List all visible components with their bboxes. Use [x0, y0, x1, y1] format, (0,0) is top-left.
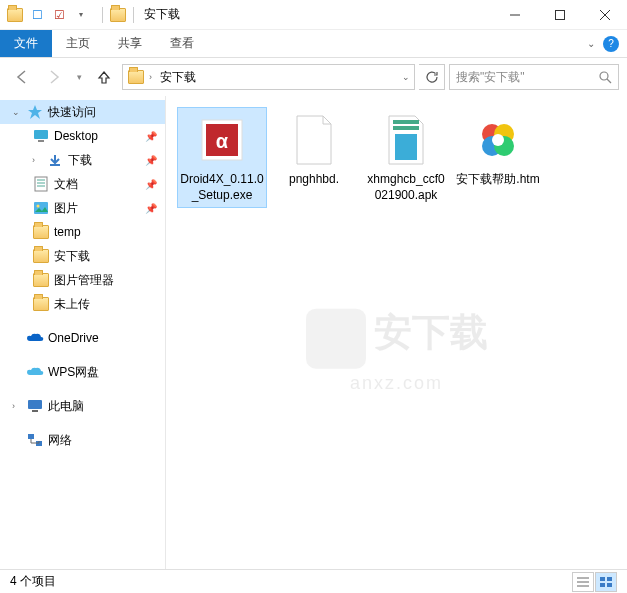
minimize-button[interactable] [492, 0, 537, 30]
svg-rect-40 [607, 583, 612, 587]
expand-icon[interactable]: › [12, 401, 22, 411]
onedrive-icon [26, 330, 44, 346]
quick-access-toolbar: ☐ ☑ ▾ [0, 6, 96, 24]
sidebar-item-desktop[interactable]: Desktop 📌 [0, 124, 165, 148]
file-view[interactable]: α Droid4X_0.11.0_Setup.exe pnghhbd. xhmg… [166, 96, 627, 569]
pin-icon: 📌 [145, 179, 157, 190]
sidebar-item-temp[interactable]: temp [0, 220, 165, 244]
checkbox-qat-icon[interactable]: ☑ [50, 6, 68, 24]
tab-home[interactable]: 主页 [52, 30, 104, 57]
window-title: 安下载 [144, 6, 180, 23]
search-input[interactable]: 搜索"安下载" [449, 64, 619, 90]
expand-icon[interactable]: › [32, 155, 42, 165]
file-item-apk[interactable]: xhmghcb_ccf0021900.apk [362, 108, 450, 207]
back-button[interactable] [8, 63, 36, 91]
folder-qat-icon[interactable] [6, 6, 24, 24]
blank-file-icon [286, 112, 342, 168]
desktop-icon [32, 128, 50, 144]
search-icon [599, 71, 612, 84]
title-divider-2 [133, 7, 134, 23]
help-icon[interactable]: ? [603, 36, 619, 52]
quick-access-label: 快速访问 [48, 104, 96, 121]
svg-rect-8 [38, 140, 44, 142]
item-count: 4 个项目 [10, 573, 56, 590]
sidebar-item-downloads[interactable]: › 下载 📌 [0, 148, 165, 172]
maximize-button[interactable] [537, 0, 582, 30]
wps-icon [26, 364, 44, 380]
tab-view[interactable]: 查看 [156, 30, 208, 57]
svg-rect-38 [607, 577, 612, 581]
this-pc-icon [26, 398, 44, 414]
file-item-droid4x[interactable]: α Droid4X_0.11.0_Setup.exe [178, 108, 266, 207]
pin-icon: 📌 [145, 203, 157, 214]
chevron-icon[interactable]: › [149, 72, 152, 82]
properties-qat-icon[interactable]: ☐ [28, 6, 46, 24]
path-segment[interactable]: 安下载 [156, 69, 200, 86]
refresh-button[interactable] [419, 64, 445, 90]
sidebar-item-unuploaded[interactable]: 未上传 [0, 292, 165, 316]
svg-rect-10 [35, 177, 47, 191]
svg-marker-6 [28, 105, 42, 119]
sidebar-item-picmanager[interactable]: 图片管理器 [0, 268, 165, 292]
expand-icon[interactable]: ⌄ [12, 107, 22, 117]
sidebar-item-wps[interactable]: WPS网盘 [0, 360, 165, 384]
pin-icon: 📌 [145, 131, 157, 142]
sidebar-item-onedrive[interactable]: OneDrive [0, 326, 165, 350]
recent-dropdown[interactable]: ▾ [72, 63, 86, 91]
path-folder-icon [127, 68, 145, 86]
up-button[interactable] [90, 63, 118, 91]
svg-rect-18 [28, 434, 34, 439]
pictures-icon [32, 200, 50, 216]
ribbon-expand-icon[interactable]: ⌄ [587, 38, 595, 49]
exe-icon: α [194, 112, 250, 168]
sidebar-item-documents[interactable]: 文档 📌 [0, 172, 165, 196]
close-button[interactable] [582, 0, 627, 30]
tab-file[interactable]: 文件 [0, 30, 52, 57]
htm-icon [470, 112, 526, 168]
svg-rect-1 [555, 10, 564, 19]
folder-icon [32, 224, 50, 240]
svg-rect-26 [393, 120, 419, 124]
window-controls [492, 0, 627, 30]
qat-dropdown-icon[interactable]: ▾ [72, 6, 90, 24]
svg-rect-28 [395, 134, 417, 160]
svg-point-15 [37, 205, 40, 208]
svg-point-4 [600, 72, 608, 80]
svg-rect-27 [393, 126, 419, 130]
svg-rect-39 [600, 583, 605, 587]
svg-point-33 [492, 134, 504, 146]
ribbon-tabs: 文件 主页 共享 查看 ⌄ ? [0, 30, 627, 58]
status-bar: 4 个项目 [0, 569, 627, 593]
svg-line-5 [607, 79, 611, 83]
icons-view-button[interactable] [595, 572, 617, 592]
svg-rect-7 [34, 130, 48, 139]
sidebar-item-network[interactable]: 网络 [0, 428, 165, 452]
file-item-htm[interactable]: 安下载帮助.htm [454, 108, 542, 207]
sidebar-item-anxz[interactable]: 安下载 [0, 244, 165, 268]
svg-text:α: α [216, 130, 229, 152]
svg-rect-16 [28, 400, 42, 409]
sidebar-item-this-pc[interactable]: › 此电脑 [0, 394, 165, 418]
folder-icon [32, 272, 50, 288]
svg-rect-17 [32, 410, 38, 412]
quick-access-icon [26, 104, 44, 120]
pin-icon: 📌 [145, 155, 157, 166]
navigation-pane: ⌄ 快速访问 Desktop 📌 › 下载 📌 文档 📌 图片 📌 temp [0, 96, 166, 569]
folder-icon [32, 248, 50, 264]
tab-share[interactable]: 共享 [104, 30, 156, 57]
title-divider [102, 7, 103, 23]
svg-rect-37 [600, 577, 605, 581]
forward-button[interactable] [40, 63, 68, 91]
watermark: 安下载 anxz.com [306, 306, 488, 394]
title-folder-icon [109, 6, 127, 24]
apk-icon [378, 112, 434, 168]
breadcrumb[interactable]: › 安下载 ⌄ [122, 64, 415, 90]
path-dropdown-icon[interactable]: ⌄ [402, 72, 410, 82]
file-item-png[interactable]: pnghhbd. [270, 108, 358, 207]
sidebar-item-quick-access[interactable]: ⌄ 快速访问 [0, 100, 165, 124]
sidebar-item-pictures[interactable]: 图片 📌 [0, 196, 165, 220]
details-view-button[interactable] [572, 572, 594, 592]
title-bar: ☐ ☑ ▾ 安下载 [0, 0, 627, 30]
network-icon [26, 432, 44, 448]
folder-icon [32, 296, 50, 312]
